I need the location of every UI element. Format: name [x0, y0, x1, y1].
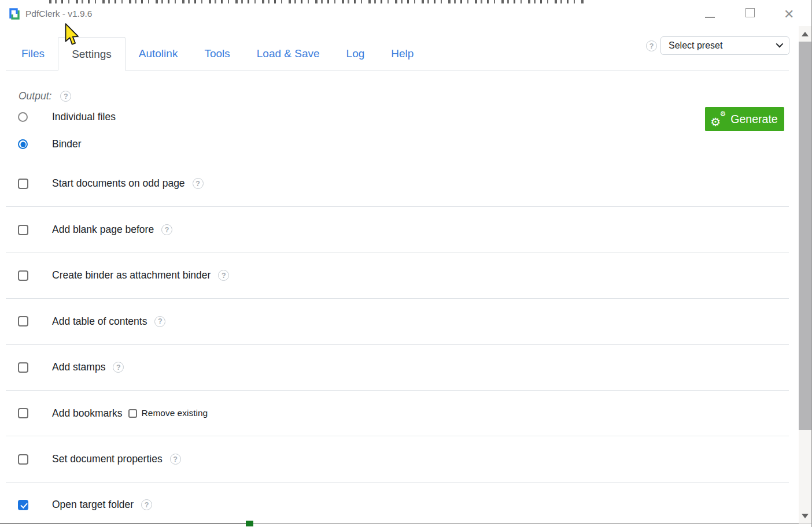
row-label: Start documents on odd page	[52, 177, 185, 190]
row-add-table-of-contents: Add table of contents ?	[6, 298, 789, 344]
preset-dropdown[interactable]: Select preset	[660, 36, 789, 55]
close-icon[interactable]: ✕	[784, 5, 794, 24]
help-icon[interactable]: ?	[141, 499, 152, 510]
checkbox-add-table-of-contents[interactable]	[18, 316, 28, 326]
generate-button[interactable]: ⚙ ⚙ Generate	[705, 107, 784, 131]
minimize-icon[interactable]	[705, 17, 715, 18]
preset-dropdown-value: Select preset	[669, 40, 722, 51]
capture-artifact-top	[49, 0, 586, 3]
checkbox-set-document-properties[interactable]	[18, 454, 28, 465]
row-label: Add bookmarks	[52, 407, 123, 420]
output-label: Output:	[19, 90, 51, 102]
mouse-cursor	[64, 23, 80, 47]
output-help-icon[interactable]: ?	[60, 91, 71, 102]
app-logo-icon	[8, 7, 21, 21]
row-label: Add table of contents	[52, 316, 147, 328]
window-title: PdfClerk - v1.9.6	[25, 9, 92, 19]
title-bar: PdfClerk - v1.9.6 ✕	[0, 5, 812, 27]
checkbox-remove-existing[interactable]	[128, 409, 137, 418]
generate-button-label: Generate	[730, 113, 777, 126]
row-add-stamps: Add stamps ?	[6, 344, 789, 390]
checkbox-open-target-folder[interactable]	[18, 500, 28, 510]
sub-label: Remove existing	[142, 408, 208, 418]
scroll-up-icon	[802, 32, 809, 36]
checkbox-start-documents-odd-page[interactable]	[18, 179, 28, 189]
checkbox-add-blank-page-before[interactable]	[18, 225, 28, 235]
help-icon[interactable]: ?	[193, 178, 204, 189]
chevron-down-icon	[776, 40, 784, 48]
checkbox-add-bookmarks[interactable]	[18, 408, 28, 418]
row-label: Open target folder	[52, 499, 134, 511]
row-open-target-folder: Open target folder ?	[6, 482, 789, 527]
maximize-icon[interactable]	[745, 8, 755, 17]
checkbox-add-stamps[interactable]	[18, 362, 28, 373]
tab-autolink[interactable]: Autolink	[126, 37, 191, 70]
row-label: Create binder as attachment binder	[52, 269, 211, 281]
scrollbar-thumb[interactable]	[799, 42, 811, 430]
checkbox-create-attachment-binder[interactable]	[18, 270, 28, 281]
tab-help[interactable]: Help	[378, 37, 427, 70]
help-icon[interactable]: ?	[170, 454, 181, 465]
help-icon[interactable]: ?	[113, 362, 124, 373]
tab-tools[interactable]: Tools	[191, 37, 243, 70]
help-icon[interactable]: ?	[218, 270, 229, 281]
help-icon[interactable]: ?	[154, 316, 165, 327]
row-add-bookmarks: Add bookmarks Remove existing	[6, 390, 789, 436]
row-start-documents-odd-page: Start documents on odd page ?	[6, 161, 789, 206]
help-icon[interactable]: ?	[161, 224, 172, 235]
scroll-down-icon	[802, 514, 809, 518]
radio-binder[interactable]	[18, 139, 28, 149]
scrollbar-up-button[interactable]	[799, 26, 811, 42]
tab-load-save[interactable]: Load & Save	[243, 37, 333, 70]
radio-label: Binder	[52, 138, 82, 150]
radio-label: Individual files	[52, 111, 116, 123]
vertical-scrollbar[interactable]	[799, 26, 811, 524]
row-add-blank-page-before: Add blank page before ?	[6, 206, 789, 252]
row-label: Set document properties	[52, 453, 163, 465]
tab-files[interactable]: Files	[8, 37, 58, 70]
radio-individual-files[interactable]	[18, 112, 28, 122]
output-section-header: Output: ?	[19, 90, 71, 102]
scrollbar-down-button[interactable]	[799, 508, 811, 524]
output-option-binder[interactable]: Binder	[18, 138, 82, 150]
tab-log[interactable]: Log	[333, 37, 378, 70]
gears-icon: ⚙ ⚙	[711, 112, 725, 126]
row-create-attachment-binder: Create binder as attachment binder ?	[6, 253, 789, 298]
settings-rows: Start documents on odd page ? Add blank …	[6, 161, 789, 527]
preset-help-icon[interactable]: ?	[646, 40, 657, 51]
output-option-individual[interactable]: Individual files	[18, 111, 116, 123]
row-set-document-properties: Set document properties ?	[6, 436, 789, 481]
row-label: Add stamps	[52, 361, 105, 373]
row-label: Add blank page before	[52, 224, 154, 236]
